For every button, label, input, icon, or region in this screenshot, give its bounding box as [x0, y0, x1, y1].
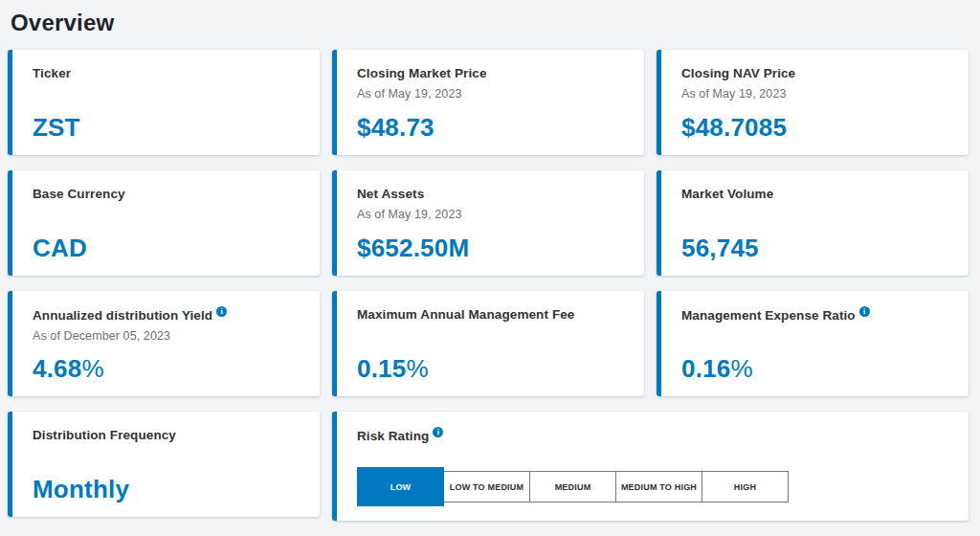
net-assets-value: $652.50M: [357, 234, 625, 261]
management-expense-ratio-label: Management Expense Ratio: [681, 308, 856, 323]
risk-level-low-to-medium: LOW TO MEDIUM: [443, 471, 530, 502]
annualized-distribution-yield-label: Annualized distribution Yield: [33, 308, 212, 323]
overview-page: Overview TickerZSTClosing Market PriceAs…: [0, 0, 980, 530]
card-header: Closing Market PriceAs of May 19, 2023: [357, 65, 625, 100]
risk-rating-label: Risk Rating: [357, 429, 429, 443]
info-icon[interactable]: i: [859, 306, 870, 317]
info-icon[interactable]: i: [433, 427, 443, 437]
risk-level-medium: MEDIUM: [529, 471, 616, 502]
closing-market-price-value-number: $48.73: [357, 113, 434, 142]
management-expense-ratio-label-row: Management Expense Ratioi: [681, 306, 949, 324]
card-closing-nav-price: Closing NAV PriceAs of May 19, 2023$48.7…: [657, 50, 969, 155]
risk-level-low: LOW: [357, 467, 444, 506]
card-header: Market Volume: [681, 186, 949, 202]
closing-nav-price-value: $48.7085: [681, 114, 949, 141]
info-icon[interactable]: i: [216, 306, 227, 317]
maximum-annual-management-fee-label-row: Maximum Annual Management Fee: [357, 306, 625, 323]
card-header: Base Currency: [33, 186, 301, 202]
annualized-distribution-yield-value: 4.68%: [33, 355, 301, 382]
card-net-assets: Net AssetsAs of May 19, 2023$652.50M: [332, 170, 644, 276]
distribution-frequency-value-number: Monthly: [33, 475, 129, 503]
closing-nav-price-label: Closing NAV Price: [681, 66, 795, 80]
base-currency-value: CAD: [33, 234, 301, 261]
market-volume-label: Market Volume: [681, 187, 773, 201]
market-volume-value: 56,745: [681, 234, 949, 261]
closing-market-price-value: $48.73: [357, 114, 625, 141]
base-currency-value-number: CAD: [33, 234, 87, 262]
page-title: Overview: [11, 10, 969, 36]
card-market-volume: Market Volume56,745: [657, 170, 969, 276]
closing-market-price-label-row: Closing Market Price: [357, 65, 625, 81]
maximum-annual-management-fee-label: Maximum Annual Management Fee: [357, 307, 574, 322]
card-management-expense-ratio: Management Expense Ratioi0.16%: [657, 291, 969, 396]
risk-rating-scale: LOWLOW TO MEDIUMMEDIUMMEDIUM TO HIGHHIGH: [357, 467, 949, 506]
annualized-distribution-yield-label-row: Annualized distribution Yieldi: [33, 306, 301, 324]
management-expense-ratio-value-unit: %: [730, 354, 752, 383]
card-base-currency: Base CurrencyCAD: [8, 170, 320, 276]
card-header: Net AssetsAs of May 19, 2023: [357, 186, 625, 221]
closing-nav-price-label-row: Closing NAV Price: [681, 65, 949, 81]
card-header: Closing NAV PriceAs of May 19, 2023: [681, 65, 949, 100]
card-header: Ticker: [33, 65, 301, 81]
distribution-frequency-label: Distribution Frequency: [33, 428, 176, 442]
management-expense-ratio-value: 0.16%: [681, 355, 949, 382]
market-volume-label-row: Market Volume: [681, 186, 949, 202]
card-header: Annualized distribution YieldiAs of Dece…: [33, 306, 301, 343]
card-distribution-frequency: Distribution FrequencyMonthly: [8, 412, 320, 517]
overview-grid: TickerZSTClosing Market PriceAs of May 1…: [8, 50, 969, 521]
card-header: Distribution Frequency: [33, 427, 301, 443]
base-currency-label-row: Base Currency: [33, 186, 301, 202]
management-expense-ratio-value-number: 0.16: [681, 354, 730, 383]
maximum-annual-management-fee-value: 0.15%: [357, 355, 625, 382]
card-ticker: TickerZST: [8, 50, 320, 155]
base-currency-label: Base Currency: [33, 187, 125, 201]
annualized-distribution-yield-value-number: 4.68: [33, 354, 81, 383]
closing-market-price-label: Closing Market Price: [357, 66, 487, 80]
card-header: Management Expense Ratioi: [681, 306, 949, 324]
risk-rating-label-row: Risk Ratingi: [357, 427, 949, 444]
net-assets-as-of: As of May 19, 2023: [357, 208, 625, 221]
card-closing-market-price: Closing Market PriceAs of May 19, 2023$4…: [332, 50, 644, 155]
distribution-frequency-value: Monthly: [33, 476, 301, 502]
closing-nav-price-value-number: $48.7085: [681, 113, 787, 142]
maximum-annual-management-fee-value-number: 0.15: [357, 354, 406, 383]
closing-market-price-as-of: As of May 19, 2023: [357, 87, 625, 100]
distribution-frequency-label-row: Distribution Frequency: [33, 427, 301, 443]
ticker-label-row: Ticker: [33, 65, 301, 81]
net-assets-label: Net Assets: [357, 187, 424, 201]
card-risk-rating: Risk RatingiLOWLOW TO MEDIUMMEDIUMMEDIUM…: [332, 412, 969, 521]
card-annualized-distribution-yield: Annualized distribution YieldiAs of Dece…: [8, 291, 320, 396]
card-maximum-annual-management-fee: Maximum Annual Management Fee0.15%: [332, 291, 644, 396]
annualized-distribution-yield-as-of: As of December 05, 2023: [33, 329, 301, 343]
net-assets-label-row: Net Assets: [357, 186, 625, 202]
ticker-value: ZST: [33, 114, 301, 141]
ticker-label: Ticker: [33, 66, 71, 80]
maximum-annual-management-fee-value-unit: %: [406, 354, 428, 383]
closing-nav-price-as-of: As of May 19, 2023: [681, 87, 949, 100]
net-assets-value-number: $652.50M: [357, 234, 469, 262]
risk-level-medium-to-high: MEDIUM TO HIGH: [615, 471, 702, 502]
ticker-value-number: ZST: [33, 113, 80, 142]
risk-level-high: HIGH: [702, 471, 789, 502]
market-volume-value-number: 56,745: [681, 234, 759, 262]
annualized-distribution-yield-value-unit: %: [81, 354, 103, 383]
card-header: Maximum Annual Management Fee: [357, 306, 625, 323]
card-header: Risk Ratingi: [357, 427, 949, 444]
